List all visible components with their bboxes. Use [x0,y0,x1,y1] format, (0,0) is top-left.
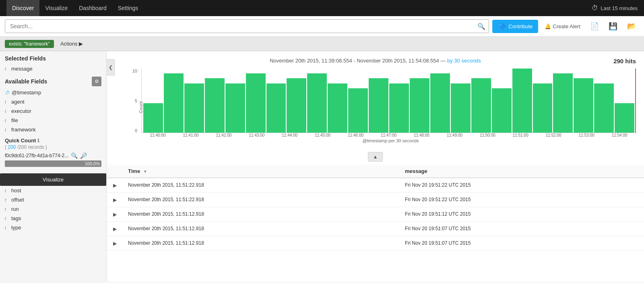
contribute-icon: 🔷 [498,23,506,30]
x-label-3: 11:43:00 [240,133,273,137]
message-cell: Fri Nov 20 19:51:22 UTC 2015 [400,178,644,193]
expand-row-button[interactable]: ▶ [111,212,118,217]
x-label-11: 11:51:00 [504,133,537,137]
field-offset[interactable]: t offset [0,195,106,204]
bar-23[interactable] [615,103,634,133]
share-button[interactable]: 📂 [624,20,639,32]
x-label-0: 11:40:00 [141,133,174,137]
progress-bar: 100.0% [5,160,101,167]
bar-11[interactable] [369,78,388,133]
magnify-minus-icon[interactable]: 🔎 [80,152,87,159]
nav-visualize[interactable]: Visualize [39,0,73,16]
magnify-icon[interactable]: 🔍 [71,152,78,159]
bar-10[interactable] [348,88,368,133]
bar-8[interactable] [307,73,327,133]
bar-18[interactable] [512,69,532,133]
bar-7[interactable] [287,78,306,133]
field-file[interactable]: t file [0,116,106,125]
field-type-t9: t [5,216,9,221]
field-framework[interactable]: t framework [0,125,106,134]
quick-count-section: Quick Count ℹ ( 200 /200 records ) f0c9d… [0,134,106,170]
table-row: ▶ November 20th 2015, 11:51:12.918 Fri N… [107,207,644,222]
search-button[interactable]: 🔍 [477,23,485,30]
create-alert-button[interactable]: 🔔 Create Alert [541,21,584,32]
actions-button[interactable]: Actions ▶ [57,40,86,48]
field-type-t8: t [5,207,9,212]
bar-16[interactable] [471,78,491,133]
field-host[interactable]: t host [0,186,106,195]
field-tags[interactable]: t tags [0,214,106,223]
bar-13[interactable] [410,78,429,133]
save-button[interactable]: 📄 [587,20,602,32]
expand-row-button[interactable]: ▶ [111,241,118,246]
interval-link[interactable]: by 30 seconds [447,58,481,64]
contribute-button[interactable]: 🔷 Contribute [492,20,538,33]
x-label-1: 11:41:00 [174,133,207,137]
field-type-t2: t [5,100,9,104]
field-type[interactable]: t type [0,223,106,232]
bar-19[interactable] [533,83,553,133]
bar-9[interactable] [328,83,347,133]
nav-dashboard[interactable]: Dashboard [73,0,112,16]
x-label-2: 11:42:00 [207,133,240,137]
main-content: ❮ 290 hits November 20th 2015, 11:39:08.… [107,51,644,282]
filter-tag[interactable]: exists: "framework" [5,40,54,48]
table-row: ▶ November 20th 2015, 11:51:22.918 Fri N… [107,178,644,193]
search-row: 🔍 🔷 Contribute 🔔 Create Alert 📄 💾 📂 [0,16,644,37]
bar-0[interactable] [143,103,163,133]
quick-count-id[interactable]: f0c9dc61-27fb-4d1a-b774-2... 🔍 🔎 [5,152,101,159]
x-label-6: 11:46:00 [339,133,372,137]
visualize-button[interactable]: Visualize [0,173,106,186]
selected-field-message[interactable]: t message [0,64,106,73]
message-cell: Fri Nov 20 19:51:12 UTC 2015 [400,207,644,222]
search-input[interactable] [5,20,489,33]
gear-button[interactable]: ⚙ [92,77,101,86]
bar-6[interactable] [266,83,286,133]
field-type-t: t [5,67,9,71]
bar-22[interactable] [594,83,614,133]
info-icon: ℹ [37,138,39,144]
expand-row-button[interactable]: ▶ [111,197,118,203]
field-run[interactable]: t run [0,204,106,214]
bar-15[interactable] [451,83,471,133]
quick-count-title: Quick Count ℹ [5,137,101,144]
x-label-7: 11:47:00 [372,133,405,137]
expand-row-button[interactable]: ▶ [111,226,118,232]
time-cell: November 20th 2015, 11:51:22.918 [123,178,400,193]
bar-4[interactable] [225,83,245,133]
bar-2[interactable] [184,83,204,133]
bar-12[interactable] [389,83,409,133]
field-agent[interactable]: t agent [0,97,106,106]
top-navigation: Discover Visualize Dashboard Settings ⏱ … [0,0,644,16]
collapse-chart-button[interactable]: ▲ [368,152,383,162]
bar-5[interactable] [246,73,266,133]
nav-settings[interactable]: Settings [112,0,144,16]
expand-row-button[interactable]: ▶ [111,183,118,188]
col-time-header[interactable]: Time ▼ [123,165,400,178]
message-cell: Fri Nov 20 19:51:22 UTC 2015 [400,193,644,207]
field-type-t7: t [5,198,9,202]
collapse-sidebar-button[interactable]: ❮ [107,59,115,75]
bar-14[interactable] [430,73,450,133]
time-cell: November 20th 2015, 11:51:12.918 [123,222,400,236]
x-label-9: 11:49:00 [438,133,471,137]
available-fields-header: Available Fields ⚙ [0,73,106,88]
main-layout: Selected Fields t message Available Fiel… [0,51,644,282]
quick-count-subtitle: ( 200 /200 records ) [5,144,101,150]
bell-icon: 🔔 [545,23,551,29]
col-message-header[interactable]: message [400,165,644,178]
nav-discover[interactable]: Discover [6,0,39,16]
table-row: ▶ November 20th 2015, 11:51:22.918 Fri N… [107,193,644,207]
bar-21[interactable] [574,78,593,133]
bar-20[interactable] [553,73,573,133]
bar-3[interactable] [205,78,225,133]
field-timestamp[interactable]: ⏱ @timestamp [0,88,106,97]
bar-17[interactable] [492,88,512,133]
bar-1[interactable] [164,73,184,133]
field-executor[interactable]: t executor [0,106,106,116]
selected-fields-title: Selected Fields [0,51,106,64]
field-type-t5: t [5,127,9,132]
x-axis: 11:40:0011:41:0011:42:0011:43:0011:44:00… [141,133,636,137]
load-button[interactable]: 💾 [605,20,621,32]
x-label-5: 11:45:00 [306,133,339,137]
